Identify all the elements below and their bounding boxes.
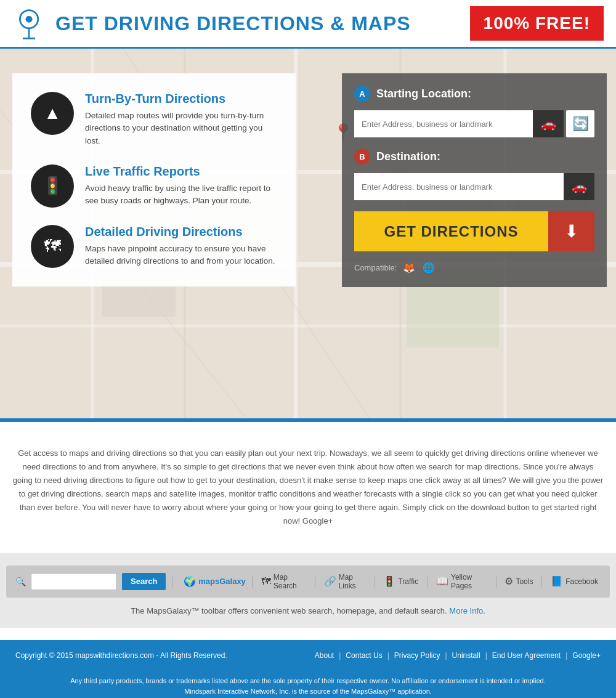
footer-copyright: Copyright © 2015 mapswithdirections.com … [15,651,227,660]
footer-disclaimer: Any third party products, brands or trad… [0,671,616,698]
yellow-pages-icon: 📖 [436,575,448,587]
location-b-badge: B [354,148,370,164]
get-directions-button[interactable]: GET DIRECTIONS ⬇ [354,211,594,251]
page-title: GET DRIVING DIRECTIONS & MAPS [55,12,411,35]
destination-label: Destination: [376,150,440,163]
destination-row: B Destination: [354,148,594,164]
starting-car-button[interactable]: 🚗 [533,110,564,137]
toolbar-nav-map-search-label: Map Search [274,573,306,590]
toolbar-nav-map-search[interactable]: 🗺 Map Search [259,573,309,590]
feature-turn-by-turn-title: Turn-By-Turn Directions [85,92,277,106]
feature-detailed-title: Detailed Driving Directions [85,225,277,239]
toolbar-nav-yellow-pages[interactable]: 📖 Yellow Pages [434,573,490,590]
toolbar-note-text: The MapsGalaxy™ toolbar offers convenien… [131,606,447,615]
compatible-row: Compatible: 🦊 🌐 [354,260,594,275]
toolbar-nav-traffic[interactable]: 🚦 Traffic [381,575,421,587]
starting-location-label: Starting Location: [376,87,471,100]
compatible-label: Compatible: [354,263,397,272]
toolbar-divider-1 [172,575,172,588]
svg-point-1 [26,15,33,22]
toolbar-search-button[interactable]: Search [122,573,166,590]
toolbar-brand: 🌍 mapsGalaxy [184,575,246,587]
toolbar-bar: 🔍 Search 🌍 mapsGalaxy 🗺 Map Search 🔗 Map… [6,566,610,598]
toolbar-brand-name: mapsGalaxy [198,577,246,586]
toolbar-note: The MapsGalaxy™ toolbar offers convenien… [6,606,610,615]
maps-galaxy-logo: 🌍 [184,575,196,587]
destination-input-row[interactable]: 🚗 [354,173,594,200]
disclaimer-line-2: Mindspark Interactive Network, Inc. is t… [12,686,604,697]
toolbar-divider-3 [315,575,315,588]
feature-turn-by-turn: ▲ Turn-By-Turn Directions Detailed map r… [31,92,277,147]
free-badge: 100% FREE! [470,6,604,41]
header-brand: GET DRIVING DIRECTIONS & MAPS [12,7,411,41]
directions-sign-icon: 🗺 [31,225,74,268]
feature-turn-by-turn-desc: Detailed map routes will provide you tur… [85,110,277,147]
feature-live-traffic-text: Live Traffic Reports Avoid heavy traffic… [85,164,277,208]
feature-live-traffic: 🚦 Live Traffic Reports Avoid heavy traff… [31,164,277,208]
firefox-icon: 🦊 [402,260,416,275]
get-directions-label: GET DIRECTIONS [354,211,548,251]
download-arrow-icon: ⬇ [548,211,594,251]
footer-uninstall-link[interactable]: Uninstall [452,651,480,660]
toolbar-divider-2 [252,575,253,588]
features-card: ▲ Turn-By-Turn Directions Detailed map r… [12,73,296,286]
starting-address-input[interactable] [354,110,533,137]
toolbar-divider-6 [496,575,496,588]
footer-divider-4: | [485,651,487,660]
toolbar-search-input[interactable] [31,573,117,590]
feature-turn-by-turn-text: Turn-By-Turn Directions Detailed map rou… [85,92,277,147]
destination-address-input[interactable] [354,173,564,200]
footer-divider-5: | [565,651,567,660]
map-search-icon: 🗺 [261,576,271,587]
destination-car-button[interactable]: 🚗 [564,173,594,200]
toolbar-nav-tools-label: Tools [516,577,533,586]
footer-about-link[interactable]: About [315,651,334,660]
navigation-icon: ▲ [31,92,74,135]
feature-live-traffic-title: Live Traffic Reports [85,164,277,179]
disclaimer-line-1: Any third party products, brands or trad… [12,676,604,687]
map-links-icon: 🔗 [324,575,336,587]
toolbar-nav-map-links[interactable]: 🔗 Map Links [322,573,368,590]
ie-icon: 🌐 [421,260,436,275]
more-info-link[interactable]: More Info [449,606,483,615]
toolbar-nav-traffic-label: Traffic [398,577,418,586]
starting-location-row: A Starting Location: [354,86,594,102]
footer-divider-1: | [339,651,341,660]
page-header: GET DRIVING DIRECTIONS & MAPS 100% FREE! [0,0,616,49]
facebook-icon: 📘 [551,575,563,587]
swap-locations-button[interactable]: 🔄 [566,110,594,137]
starting-input-row[interactable]: 🚗 🔄 [354,110,594,137]
map-section: ▲ Turn-By-Turn Directions Detailed map r… [0,49,616,418]
footer-divider-3: | [445,651,447,660]
toolbar-nav-map-links-label: Map Links [339,573,366,590]
toolbar-nav-yellow-pages-label: Yellow Pages [451,573,487,590]
traffic-icon: 🚦 [31,164,74,208]
toolbar-divider-7 [541,575,542,588]
traffic-nav-icon: 🚦 [383,575,395,587]
feature-detailed: 🗺 Detailed Driving Directions Maps have … [31,225,277,268]
footer-eua-link[interactable]: End User Agreement [492,651,561,660]
toolbar-nav-tools[interactable]: ⚙ Tools [502,575,535,587]
feature-detailed-text: Detailed Driving Directions Maps have pi… [85,225,277,268]
toolbar-section: 🔍 Search 🌍 mapsGalaxy 🗺 Map Search 🔗 Map… [0,553,616,628]
toolbar-nav-facebook-label: Facebook [565,577,598,586]
directions-panel: A Starting Location: 🚗 🔄 B Destination: … [342,73,607,287]
footer-links: About | Contact Us | Privacy Policy | Un… [315,651,601,660]
feature-detailed-desc: Maps have pinpoint accuracy to ensure yo… [85,243,277,268]
toolbar-divider-5 [427,575,428,588]
description-text: Get access to maps and driving direction… [12,447,604,529]
description-section: Get access to maps and driving direction… [0,422,616,553]
location-pin-icon [12,7,46,41]
tools-icon: ⚙ [505,575,513,587]
feature-live-traffic-desc: Avoid heavy traffic by using the live tr… [85,182,277,208]
toolbar-nav-facebook[interactable]: 📘 Facebook [548,575,601,587]
toolbar-search-icon: 🔍 [15,577,26,586]
footer-privacy-link[interactable]: Privacy Policy [394,651,440,660]
footer-contact-link[interactable]: Contact Us [346,651,382,660]
location-a-badge: A [354,86,370,102]
toolbar-divider-4 [375,575,375,588]
footer-divider-2: | [387,651,389,660]
footer-google-plus-link[interactable]: Google+ [572,651,601,660]
footer: Copyright © 2015 mapswithdirections.com … [0,640,616,671]
